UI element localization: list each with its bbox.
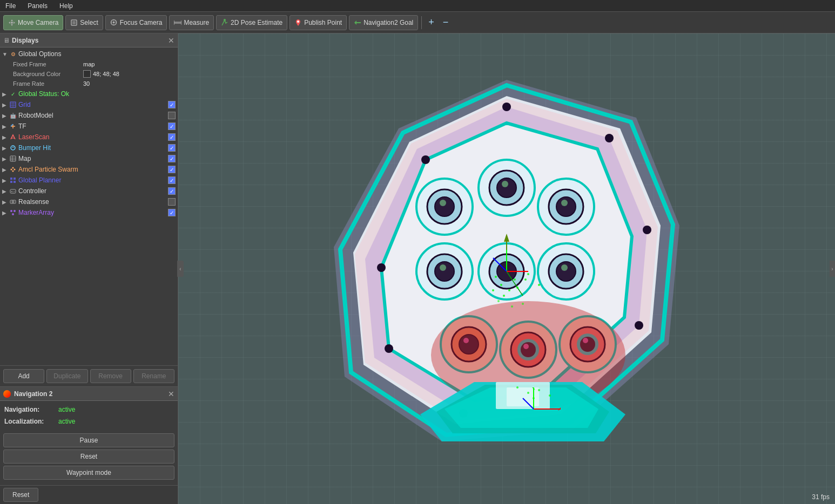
- tf-label: TF: [18, 122, 166, 130]
- select-label: Select: [80, 19, 98, 26]
- svg-point-113: [524, 278, 527, 281]
- marker-array-item[interactable]: ▶ MarkerArray: [0, 207, 178, 218]
- global-planner-item[interactable]: ▶ Global Planner: [0, 175, 178, 186]
- marker-array-icon: [9, 209, 17, 216]
- amcl-checkbox[interactable]: [168, 166, 176, 173]
- controller-checkbox[interactable]: [168, 187, 176, 195]
- publish-point-button[interactable]: Publish Point: [289, 15, 347, 30]
- marker-array-arrow: ▶: [2, 210, 8, 216]
- svg-point-50: [502, 103, 511, 111]
- remove-toolbar-button[interactable]: −: [440, 16, 452, 29]
- displays-panel-close[interactable]: ✕: [168, 37, 174, 44]
- marker-array-label: MarkerArray: [18, 209, 166, 216]
- global-planner-checkbox[interactable]: [168, 176, 176, 184]
- robot-model-item[interactable]: ▶ 🤖 RobotModel: [0, 110, 178, 121]
- menu-file[interactable]: File: [3, 1, 18, 11]
- menu-panels[interactable]: Panels: [25, 1, 50, 11]
- duplicate-button[interactable]: Duplicate: [46, 369, 87, 383]
- background-color-swatch[interactable]: [83, 70, 91, 78]
- map-checkbox[interactable]: [168, 155, 176, 162]
- menu-help[interactable]: Help: [57, 1, 75, 11]
- marker-array-checkbox[interactable]: [168, 209, 176, 216]
- move-camera-button[interactable]: Move Camera: [3, 15, 63, 30]
- grid-item[interactable]: ▶ Grid: [0, 99, 178, 110]
- global-status-item[interactable]: ▶ ✓ Global Status: Ok: [0, 88, 178, 99]
- svg-point-109: [500, 284, 502, 286]
- svg-point-123: [538, 389, 540, 391]
- nav2-reset-button[interactable]: Reset: [3, 449, 174, 464]
- tf-checkbox[interactable]: [168, 122, 176, 130]
- svg-point-116: [492, 289, 494, 291]
- svg-point-61: [435, 197, 454, 216]
- waypoint-mode-button[interactable]: Waypoint mode: [3, 466, 174, 480]
- select-button[interactable]: Select: [65, 15, 103, 30]
- nav2-panel-close[interactable]: ✕: [168, 390, 174, 398]
- amcl-label: Amcl Particle Swarm: [18, 166, 166, 173]
- nav2-goal-button[interactable]: Navigation2 Goal: [349, 15, 418, 30]
- focus-camera-button[interactable]: Focus Camera: [105, 15, 167, 30]
- bumper-hit-arrow: ▶: [2, 145, 8, 151]
- grid-checkbox[interactable]: [168, 101, 176, 108]
- robot-model-checkbox[interactable]: [168, 112, 176, 119]
- nav2-panel: Navigation 2 ✕ Navigation: active Locali…: [0, 386, 178, 485]
- reset-button[interactable]: Reset: [3, 488, 38, 502]
- robot-visualization: [301, 64, 712, 474]
- realsense-checkbox[interactable]: [168, 198, 176, 206]
- map-item[interactable]: ▶ Map: [0, 153, 178, 164]
- bumper-hit-checkbox[interactable]: [168, 144, 176, 152]
- add-button[interactable]: Add: [3, 369, 44, 383]
- laserscan-item[interactable]: ▶ LaserScan: [0, 132, 178, 142]
- displays-panel: 🖥 Displays ✕ ▼ ⚙ Global Options Fixed Fr…: [0, 33, 178, 386]
- pose-estimate-icon: [221, 19, 228, 26]
- svg-point-56: [385, 344, 393, 353]
- svg-rect-24: [10, 156, 16, 161]
- svg-point-73: [435, 262, 454, 281]
- amcl-item[interactable]: ▶ Amcl Particle Swarm: [0, 164, 178, 175]
- global-options-item[interactable]: ▼ ⚙ Global Options: [0, 49, 178, 59]
- fixed-frame-row: Fixed Frame map: [0, 59, 178, 69]
- bumper-hit-item[interactable]: ▶ Bumper Hit: [0, 142, 178, 153]
- global-status-label: Global Status: Ok: [18, 90, 176, 98]
- viewport-canvas[interactable]: [178, 33, 835, 504]
- fixed-frame-value[interactable]: map: [83, 61, 95, 67]
- amcl-icon: [9, 166, 17, 173]
- focus-camera-label: Focus Camera: [120, 19, 163, 26]
- background-color-value[interactable]: 48; 48; 48: [83, 70, 119, 78]
- tf-item[interactable]: ▶ TF: [0, 121, 178, 132]
- move-camera-icon: [8, 19, 16, 26]
- controller-item[interactable]: ▶ Controller: [0, 186, 178, 196]
- global-options-label: Global Options: [18, 50, 176, 58]
- tf-icon: [9, 122, 17, 130]
- svg-rect-9: [174, 22, 181, 24]
- viewport[interactable]: 31 fps ›: [178, 33, 835, 504]
- frame-rate-value[interactable]: 30: [83, 80, 90, 87]
- grid-label: Grid: [18, 101, 166, 108]
- collapse-handle[interactable]: ‹: [177, 261, 184, 277]
- svg-point-118: [511, 305, 513, 308]
- right-collapse-handle[interactable]: ›: [830, 261, 835, 277]
- svg-point-13: [297, 21, 299, 23]
- controller-icon: [9, 187, 17, 195]
- rename-button[interactable]: Rename: [133, 369, 174, 383]
- svg-point-111: [495, 276, 497, 278]
- displays-panel-header: 🖥 Displays ✕: [0, 33, 178, 47]
- nav2-buttons: Pause Reset Waypoint mode: [0, 431, 178, 485]
- realsense-label: Realsense: [18, 198, 166, 206]
- laserscan-label: LaserScan: [18, 133, 166, 141]
- laserscan-checkbox[interactable]: [168, 133, 176, 141]
- bottom-bar: Reset: [0, 485, 178, 504]
- remove-button[interactable]: Remove: [90, 369, 131, 383]
- svg-point-120: [497, 300, 500, 302]
- pause-button[interactable]: Pause: [3, 433, 174, 447]
- svg-point-39: [12, 201, 14, 202]
- measure-button[interactable]: Measure: [169, 15, 214, 30]
- svg-point-36: [14, 191, 15, 192]
- nav2-navigation-row: Navigation: active: [4, 404, 173, 415]
- svg-rect-32: [14, 181, 16, 183]
- nav2-goal-label: Navigation2 Goal: [363, 19, 413, 26]
- pose-estimate-button[interactable]: 2D Pose Estimate: [216, 15, 287, 30]
- add-toolbar-button[interactable]: +: [425, 16, 437, 29]
- realsense-item[interactable]: ▶ Realsense: [0, 196, 178, 207]
- robot-model-arrow: ▶: [2, 113, 8, 119]
- fps-value: 31 fps: [812, 493, 830, 501]
